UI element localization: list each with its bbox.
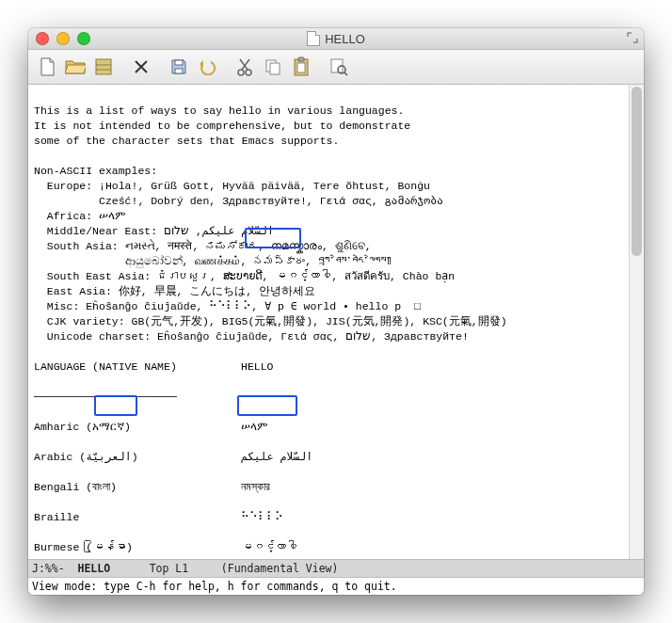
cut-button[interactable] [232, 55, 258, 79]
table-header: LANGUAGE (NATIVE NAME)HELLO [34, 359, 623, 375]
example-line: Cześć!, Dobrý den, Здравствуйте!, Γειά σ… [34, 195, 443, 207]
svg-rect-4 [175, 69, 183, 73]
window-title: HELLO [325, 32, 365, 46]
zoom-window-button[interactable] [77, 32, 90, 45]
example-line: Middle/Near East: السّلام عليكم, שלום [34, 225, 274, 237]
content-area: This is a list of ways to say hello in v… [28, 85, 644, 559]
svg-point-5 [238, 70, 244, 75]
example-line: Unicode charset: Eĥoŝanĝo ĉiuĵaŭde, Γειά… [34, 330, 469, 343]
table-separator: ─────────────────────────── [34, 390, 623, 405]
traffic-lights [28, 32, 90, 45]
paste-button[interactable] [288, 55, 314, 79]
table-row: Arabic (العربيّة)السّلام عليكم [34, 450, 623, 465]
minibuffer[interactable]: View mode: type C-h for help, h for comm… [28, 578, 644, 595]
intro-line: It is not intended to be comprehensive, … [34, 120, 410, 132]
example-line: ආයුබෝවන්, வணக்கம், నమస్కారం, བཀྲ་ཤིས་བདེ… [34, 255, 392, 267]
examples-header: Non-ASCII examples: [34, 165, 157, 177]
undo-button[interactable] [194, 55, 220, 79]
new-file-button[interactable] [34, 55, 60, 79]
search-button[interactable] [326, 55, 352, 79]
intro-line: This is a list of ways to say hello in v… [34, 104, 404, 117]
lang-header: LANGUAGE (NATIVE NAME) [34, 359, 241, 375]
close-window-button[interactable] [36, 32, 49, 45]
open-file-button[interactable] [62, 55, 88, 79]
document-icon [307, 31, 320, 46]
modeline-pos: Top L1 [150, 562, 189, 575]
title-wrap: HELLO [28, 31, 644, 46]
minibuffer-text: View mode: type C-h for help, h for comm… [32, 580, 397, 593]
svg-rect-8 [270, 63, 280, 74]
scrollbar[interactable] [629, 85, 644, 559]
example-line: Europe: ¡Hola!, Grüß Gott, Hyvää päivää,… [34, 180, 430, 192]
emacs-window: HELLO This is a list of ways to say hell… [28, 28, 644, 595]
example-line: Misc: Eĥoŝanĝo ĉiuĵaŭde, ⠓⠑⠇⠇⠕, ∀ p ∈ wo… [34, 300, 421, 312]
table-row: Braille⠓⠑⠇⠇⠕ [34, 510, 623, 525]
modeline-mode: (Fundamental View) [221, 562, 339, 575]
table-row: Bengali (বাংলা)নমস্কার [34, 480, 623, 495]
svg-rect-3 [175, 60, 183, 65]
example-line: South East Asia: ជំរាបសួរ, ສະບາຍດີ, မင်္… [34, 270, 455, 282]
modeline-buffer: HELLO [77, 562, 110, 575]
example-line: Africa: ሠላም [34, 210, 126, 222]
svg-rect-10 [298, 57, 304, 61]
example-line: South Asia: નમસ્તે, नमस्ते, ನಮಸ್ಕಾರ, നമസ… [34, 240, 372, 252]
fullscreen-icon[interactable] [627, 32, 638, 43]
close-buffer-button[interactable] [128, 55, 154, 79]
modeline-left: J:%%- [32, 562, 65, 575]
copy-button[interactable] [260, 55, 286, 79]
svg-point-6 [246, 70, 251, 75]
minimize-window-button[interactable] [56, 32, 70, 45]
scroll-thumb[interactable] [632, 87, 642, 256]
toolbar [28, 50, 644, 85]
table-row: Amharic (አማርኛ)ሠላም [34, 420, 623, 435]
svg-rect-0 [96, 59, 111, 74]
table-row: Burmese (မြန်မာ)မင်္ဂလာပါ [34, 540, 623, 555]
svg-line-14 [344, 72, 347, 75]
save-button[interactable] [166, 55, 192, 79]
dired-button[interactable] [90, 55, 117, 79]
titlebar[interactable]: HELLO [28, 28, 644, 50]
hello-header: HELLO [241, 359, 623, 375]
intro-line: some of the character sets that Emacs su… [34, 135, 339, 147]
svg-rect-11 [297, 63, 305, 72]
text-buffer[interactable]: This is a list of ways to say hello in v… [28, 85, 629, 559]
example-line: East Asia: 你好, 早晨, こんにちは, 안녕하세요 [34, 285, 315, 297]
example-line: CJK variety: GB(元气,开发), BIG5(元氣,開發), JIS… [34, 315, 507, 327]
modeline[interactable]: J:%%- HELLO Top L1 (Fundamental View) [28, 559, 644, 578]
